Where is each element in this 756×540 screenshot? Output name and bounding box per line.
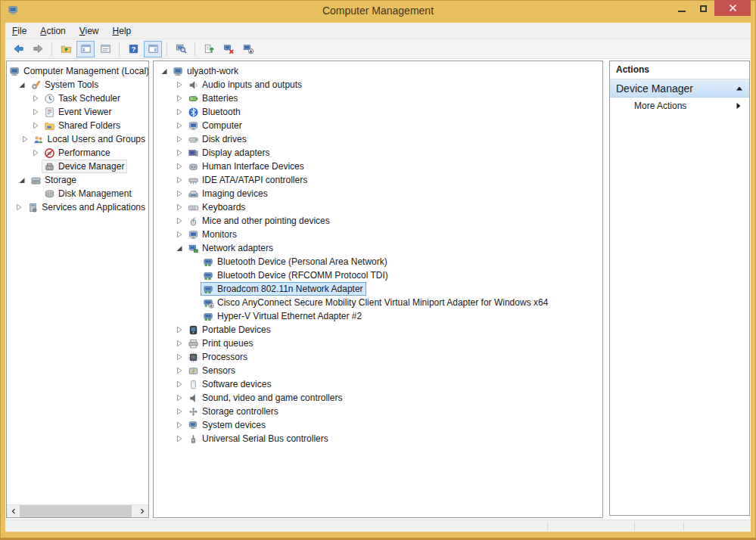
tree-item-network-adapters[interactable]: Network adapters bbox=[154, 241, 602, 255]
forward-button[interactable] bbox=[29, 41, 47, 57]
scrollbar-thumb[interactable] bbox=[20, 505, 132, 517]
tree-item-human-interface-devices[interactable]: Human Interface Devices bbox=[154, 160, 602, 173]
expander-expanded-icon[interactable] bbox=[16, 79, 28, 91]
tree-item-hyper-v-virtual-ethernet-adapter-2[interactable]: Hyper-V Virtual Ethernet Adapter #2 bbox=[154, 309, 602, 323]
expander-collapsed-icon[interactable] bbox=[30, 119, 42, 132]
expander-collapsed-icon[interactable] bbox=[173, 201, 185, 213]
sensor-icon bbox=[187, 365, 199, 377]
tree-item-batteries[interactable]: Batteries bbox=[154, 92, 602, 105]
tree-item-system-tools[interactable]: System Tools bbox=[7, 78, 148, 92]
actions-group-device-manager[interactable]: Device Manager bbox=[610, 79, 749, 98]
tree-item-sound-video-and-game-controllers[interactable]: Sound, video and game controllers bbox=[154, 391, 602, 405]
tree-item-ide-ata-atapi-controllers[interactable]: IDE ATA/ATAPI controllers bbox=[154, 173, 602, 187]
tree-item-label: System Tools bbox=[45, 79, 98, 91]
menu-file[interactable]: File bbox=[5, 23, 33, 39]
back-button[interactable] bbox=[9, 41, 27, 57]
expander-collapsed-icon[interactable] bbox=[173, 79, 185, 91]
help-button[interactable]: ? bbox=[124, 41, 142, 57]
tree-item-bluetooth[interactable]: Bluetooth bbox=[154, 105, 602, 119]
tree-item-label: Local Users and Groups bbox=[48, 133, 145, 145]
menu-action[interactable]: Action bbox=[33, 23, 72, 39]
tree-item-processors[interactable]: Processors bbox=[154, 350, 602, 364]
tree-item-monitors[interactable]: Monitors bbox=[154, 228, 602, 241]
expander-collapsed-icon[interactable] bbox=[173, 365, 185, 377]
tree-item-audio-inputs-and-outputs[interactable]: Audio inputs and outputs bbox=[154, 78, 602, 92]
tree-item-bluetooth-device-personal-area-network[interactable]: Bluetooth Device (Personal Area Network) bbox=[154, 255, 602, 268]
tree-item-bluetooth-device-rfcomm-protocol-tdi[interactable]: Bluetooth Device (RFCOMM Protocol TDI) bbox=[154, 268, 602, 282]
expander-collapsed-icon[interactable] bbox=[30, 92, 42, 104]
actions-item-more-actions[interactable]: More Actions bbox=[610, 98, 749, 114]
tree-item-performance[interactable]: Performance bbox=[7, 146, 148, 160]
expander-collapsed-icon[interactable] bbox=[30, 106, 42, 118]
tree-item-cisco-anyconnect-secure-mobility-client-virtual-[interactable]: Cisco AnyConnect Secure Mobility Client … bbox=[154, 296, 602, 309]
tree-item-imaging-devices[interactable]: Imaging devices bbox=[154, 187, 602, 200]
scroll-right-button[interactable] bbox=[135, 505, 148, 517]
expander-collapsed-icon[interactable] bbox=[173, 106, 185, 118]
tree-item-ulyaoth-work[interactable]: ulyaoth-work bbox=[154, 64, 602, 78]
tree-item-print-queues[interactable]: Print queues bbox=[154, 337, 602, 350]
expander-collapsed-icon[interactable] bbox=[173, 174, 185, 186]
tree-item-computer[interactable]: Computer bbox=[154, 119, 602, 132]
uninstall-device-button[interactable] bbox=[219, 41, 238, 57]
show-action-pane-button[interactable] bbox=[144, 41, 162, 57]
horizontal-scrollbar[interactable] bbox=[7, 504, 148, 517]
update-driver-button[interactable] bbox=[200, 41, 218, 57]
expander-collapsed-icon[interactable] bbox=[19, 133, 31, 145]
tree-item-device-manager[interactable]: Device Manager bbox=[7, 160, 148, 173]
menu-help[interactable]: Help bbox=[106, 23, 138, 39]
tree-item-universal-serial-bus-controllers[interactable]: Universal Serial Bus controllers bbox=[154, 432, 602, 445]
expander-collapsed-icon[interactable] bbox=[30, 147, 42, 159]
expander-collapsed-icon[interactable] bbox=[173, 324, 185, 336]
close-button[interactable] bbox=[714, 0, 751, 16]
expander-collapsed-icon[interactable] bbox=[173, 160, 185, 172]
tree-item-software-devices[interactable]: Software devices bbox=[154, 377, 602, 391]
tree-item-computer-management-local[interactable]: Computer Management (Local) bbox=[7, 64, 148, 78]
tree-item-local-users-and-groups[interactable]: Local Users and Groups bbox=[7, 132, 148, 146]
tree-item-mice-and-other-pointing-devices[interactable]: Mice and other pointing devices bbox=[154, 214, 602, 228]
expander-expanded-icon[interactable] bbox=[16, 174, 28, 186]
expander-collapsed-icon[interactable] bbox=[173, 133, 185, 145]
tree-item-services-and-applications[interactable]: Services and Applications bbox=[7, 200, 148, 214]
tree-item-task-scheduler[interactable]: Task Scheduler bbox=[7, 92, 148, 105]
tree-item-sensors[interactable]: Sensors bbox=[154, 364, 602, 377]
tree-item-disk-management[interactable]: Disk Management bbox=[7, 187, 148, 200]
expander-collapsed-icon[interactable] bbox=[13, 201, 25, 213]
tree-item-broadcom-802-11n-network-adapter[interactable]: Broadcom 802.11n Network Adapter bbox=[154, 282, 602, 296]
scan-hardware-changes-button[interactable] bbox=[172, 41, 190, 57]
tree-item-storage-controllers[interactable]: Storage controllers bbox=[154, 405, 602, 418]
expander-collapsed-icon[interactable] bbox=[173, 147, 185, 159]
expander-collapsed-icon[interactable] bbox=[173, 337, 185, 349]
minimize-button[interactable] bbox=[670, 0, 692, 16]
tree-item-event-viewer[interactable]: Event Viewer bbox=[7, 105, 148, 119]
expander-collapsed-icon[interactable] bbox=[173, 419, 185, 431]
expander-collapsed-icon[interactable] bbox=[173, 351, 185, 363]
expander-collapsed-icon[interactable] bbox=[173, 215, 185, 227]
maximize-button[interactable] bbox=[692, 0, 714, 16]
device-disable-icon bbox=[243, 43, 254, 54]
expander-collapsed-icon[interactable] bbox=[173, 188, 185, 200]
tree-item-keyboards[interactable]: Keyboards bbox=[154, 200, 602, 214]
properties-button[interactable] bbox=[96, 41, 114, 57]
titlebar[interactable]: Computer Management bbox=[0, 0, 756, 23]
expander-expanded-icon[interactable] bbox=[158, 65, 170, 77]
expander-expanded-icon[interactable] bbox=[173, 242, 185, 254]
show-console-tree-button[interactable] bbox=[76, 41, 95, 57]
expander-collapsed-icon[interactable] bbox=[173, 392, 185, 404]
tree-item-system-devices[interactable]: System devices bbox=[154, 418, 602, 432]
expander-collapsed-icon[interactable] bbox=[173, 433, 185, 445]
tree-item-display-adapters[interactable]: Display adapters bbox=[154, 146, 602, 160]
expander-collapsed-icon[interactable] bbox=[173, 92, 185, 104]
disable-device-button[interactable] bbox=[239, 41, 257, 57]
expander-collapsed-icon[interactable] bbox=[173, 119, 185, 132]
tree-item-storage[interactable]: Storage bbox=[7, 173, 148, 187]
menu-view[interactable]: View bbox=[73, 23, 106, 39]
expander-collapsed-icon[interactable] bbox=[173, 378, 185, 390]
toolbar: ? bbox=[5, 39, 751, 59]
expander-collapsed-icon[interactable] bbox=[173, 228, 185, 241]
tree-item-shared-folders[interactable]: Shared Folders bbox=[7, 119, 148, 132]
tree-item-portable-devices[interactable]: Portable Devices bbox=[154, 323, 602, 337]
tree-item-disk-drives[interactable]: Disk drives bbox=[154, 132, 602, 146]
scroll-left-button[interactable] bbox=[7, 505, 20, 517]
up-level-button[interactable] bbox=[57, 41, 75, 57]
expander-collapsed-icon[interactable] bbox=[173, 405, 185, 417]
